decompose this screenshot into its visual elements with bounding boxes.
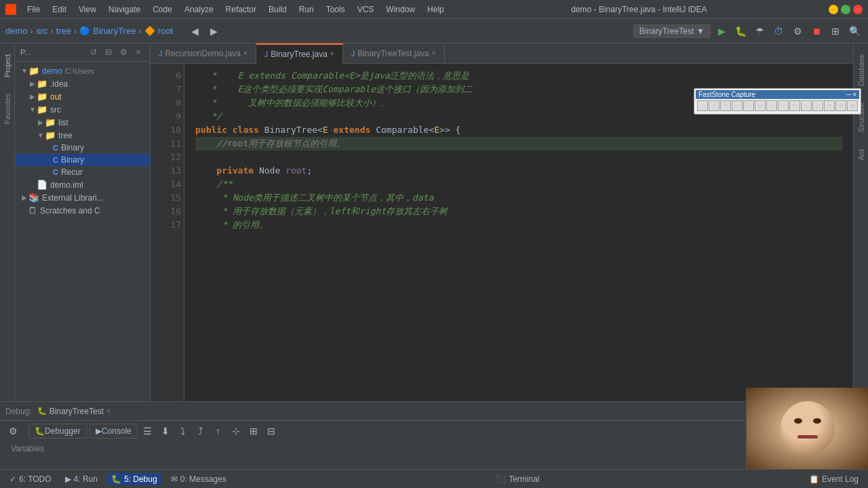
tree-item-out[interactable]: ▶ 📁 out bbox=[15, 90, 150, 103]
project-sync-button[interactable]: ↺ bbox=[87, 46, 100, 58]
menu-edit[interactable]: Edit bbox=[47, 3, 72, 16]
close-button[interactable]: × bbox=[853, 5, 863, 14]
fs-btn-12[interactable]: □ bbox=[824, 100, 835, 111]
fs-btn-10[interactable]: □ bbox=[801, 100, 812, 111]
debug-tab-console[interactable]: ▶ Console bbox=[90, 424, 138, 439]
tree-item-recursiondemo[interactable]: ▶ C Recur bbox=[15, 166, 150, 178]
fs-btn-5[interactable]: □ bbox=[743, 100, 754, 111]
layout-button[interactable]: ⊞ bbox=[827, 23, 844, 39]
menu-help[interactable]: Help bbox=[422, 3, 450, 16]
debug-settings-btn[interactable]: ⚙ bbox=[5, 424, 20, 439]
search-button[interactable]: 🔍 bbox=[846, 23, 863, 39]
breadcrumb-src[interactable]: src bbox=[36, 26, 47, 36]
fs-btn-3[interactable]: □ bbox=[720, 100, 731, 111]
tree-item-extlibs[interactable]: ▶ 📚 External Librari... bbox=[15, 191, 150, 204]
faststone-title[interactable]: FastStone Capture ─ × bbox=[696, 90, 859, 99]
forward-button[interactable]: ▶ bbox=[205, 23, 222, 39]
tree-item-scratches[interactable]: ▶ 🗒 Scratches and C bbox=[15, 204, 150, 217]
breadcrumb-demo[interactable]: demo bbox=[5, 26, 28, 36]
tree-item-binarytree2[interactable]: ▶ C Binary bbox=[15, 154, 150, 166]
fs-btn-refresh[interactable]: ↺ bbox=[835, 100, 846, 111]
coverage-button[interactable]: ☂ bbox=[751, 23, 768, 39]
fs-btn-7[interactable]: □ bbox=[766, 100, 777, 111]
profile-button[interactable]: ⏱ bbox=[770, 23, 787, 39]
status-messages[interactable]: ✉ 0: Messages bbox=[167, 473, 231, 485]
menu-vcs[interactable]: VCS bbox=[352, 3, 380, 16]
settings-button[interactable]: ⚙ bbox=[789, 23, 806, 39]
menu-view[interactable]: View bbox=[73, 3, 102, 16]
debug-restore-layout[interactable]: ⊟ bbox=[264, 424, 279, 439]
project-settings-button[interactable]: ⚙ bbox=[117, 46, 130, 58]
debug-step-into[interactable]: ⤵ bbox=[176, 424, 191, 439]
menu-window[interactable]: Window bbox=[380, 3, 420, 16]
tab-close-rd[interactable]: × bbox=[243, 49, 248, 57]
menu-run[interactable]: Run bbox=[294, 3, 319, 16]
menu-file[interactable]: File bbox=[22, 3, 45, 16]
tree-icon-bt2: C bbox=[53, 156, 58, 164]
fs-btn-9[interactable]: □ bbox=[789, 100, 800, 111]
debug-tab-close[interactable]: × bbox=[106, 407, 111, 415]
stop-button[interactable]: ⏹ bbox=[808, 23, 825, 39]
faststone-close[interactable]: × bbox=[852, 91, 856, 98]
tab-binarytree[interactable]: J BinaryTree.java × bbox=[256, 43, 343, 64]
status-terminal-icon: ⬛ bbox=[496, 474, 506, 484]
database-tab[interactable]: Database bbox=[856, 49, 867, 92]
debug-run-cursor[interactable]: ↑ bbox=[211, 424, 226, 439]
project-panel-tab[interactable]: Project bbox=[2, 49, 13, 83]
tree-item-tree[interactable]: ▼ 📁 tree bbox=[15, 129, 150, 142]
menu-navigate[interactable]: Navigate bbox=[103, 3, 146, 16]
debug-step-out[interactable]: ⤴ bbox=[193, 424, 208, 439]
debug-step-over[interactable]: ⬇ bbox=[158, 424, 173, 439]
breadcrumb-sep1: › bbox=[31, 26, 33, 36]
debug-table-view[interactable]: ⊞ bbox=[246, 424, 261, 439]
project-close-button[interactable]: × bbox=[132, 46, 144, 58]
tree-icon-idea: 📁 bbox=[37, 79, 47, 89]
status-debug[interactable]: 🐛 5: Debug bbox=[107, 473, 161, 485]
fs-btn-8[interactable]: □ bbox=[778, 100, 789, 111]
run-button[interactable]: ▶ bbox=[713, 23, 730, 39]
fs-btn-6[interactable]: □ bbox=[755, 100, 766, 111]
maximize-button[interactable]: □ bbox=[841, 5, 850, 14]
breadcrumb-tree[interactable]: tree bbox=[56, 26, 71, 36]
status-eventlog[interactable]: 📋 Event Log bbox=[805, 473, 863, 485]
tab-close-btt[interactable]: × bbox=[432, 49, 436, 57]
tree-item-src[interactable]: ▼ 📁 src bbox=[15, 103, 150, 116]
ant-tab[interactable]: Ant bbox=[856, 144, 867, 166]
fs-btn-11[interactable]: □ bbox=[812, 100, 823, 111]
breadcrumb-binarytree[interactable]: BinaryTree bbox=[93, 26, 136, 36]
fs-btn-4[interactable]: □ bbox=[732, 100, 743, 111]
debug-eval-expr[interactable]: ⊹ bbox=[229, 424, 243, 439]
menu-code[interactable]: Code bbox=[147, 3, 178, 16]
tab-binarytreetest[interactable]: J BinaryTreeTest.java × bbox=[343, 43, 445, 64]
menu-tools[interactable]: Tools bbox=[321, 3, 351, 16]
menu-build[interactable]: Build bbox=[263, 3, 292, 16]
debug-tab-btt[interactable]: 🐛 BinaryTreeTest × bbox=[37, 407, 111, 416]
menu-analyze[interactable]: Analyze bbox=[179, 3, 219, 16]
back-button[interactable]: ◀ bbox=[186, 23, 203, 39]
tree-item-binarytree1[interactable]: ▶ C Binary bbox=[15, 142, 150, 154]
face-eye-right bbox=[813, 418, 821, 424]
breadcrumb-class[interactable]: 🔵 bbox=[79, 26, 90, 36]
fs-btn-2[interactable]: □ bbox=[709, 100, 719, 111]
status-run[interactable]: ▶ 4: Run bbox=[61, 473, 102, 485]
status-todo[interactable]: ✓ 6: TODO bbox=[5, 473, 56, 485]
debug-filter-btn[interactable]: ☰ bbox=[140, 424, 155, 439]
tree-item-demoiml[interactable]: ▶ 📄 demo.iml bbox=[15, 178, 150, 191]
debug-tab-debugger[interactable]: 🐛 Debugger bbox=[28, 424, 87, 439]
minimize-button[interactable]: ─ bbox=[829, 5, 838, 14]
tree-item-demo[interactable]: ▼ 📁 demo C:\Users bbox=[15, 64, 150, 77]
breadcrumb-root[interactable]: root bbox=[158, 26, 173, 36]
run-config-selector[interactable]: BinaryTreeTest ▼ bbox=[633, 24, 711, 38]
project-collapse-button[interactable]: ⊟ bbox=[102, 46, 115, 58]
fs-btn-1[interactable]: □ bbox=[697, 100, 708, 111]
fs-btn-settings[interactable]: ⚙ bbox=[847, 100, 858, 111]
tree-item-list[interactable]: ▶ 📁 list bbox=[15, 116, 150, 129]
menu-refactor[interactable]: Refactor bbox=[220, 3, 262, 16]
tree-item-idea[interactable]: ▶ 📁 .idea bbox=[15, 77, 150, 90]
tab-close-bt[interactable]: × bbox=[330, 50, 334, 58]
debug-button[interactable]: 🐛 bbox=[732, 23, 749, 39]
status-terminal[interactable]: ⬛ Terminal bbox=[492, 473, 543, 485]
favorites-tab[interactable]: Favorites bbox=[2, 88, 13, 129]
tab-recursiondemo[interactable]: J RecursionDemo.java × bbox=[151, 43, 256, 64]
faststone-min[interactable]: ─ bbox=[846, 91, 851, 98]
